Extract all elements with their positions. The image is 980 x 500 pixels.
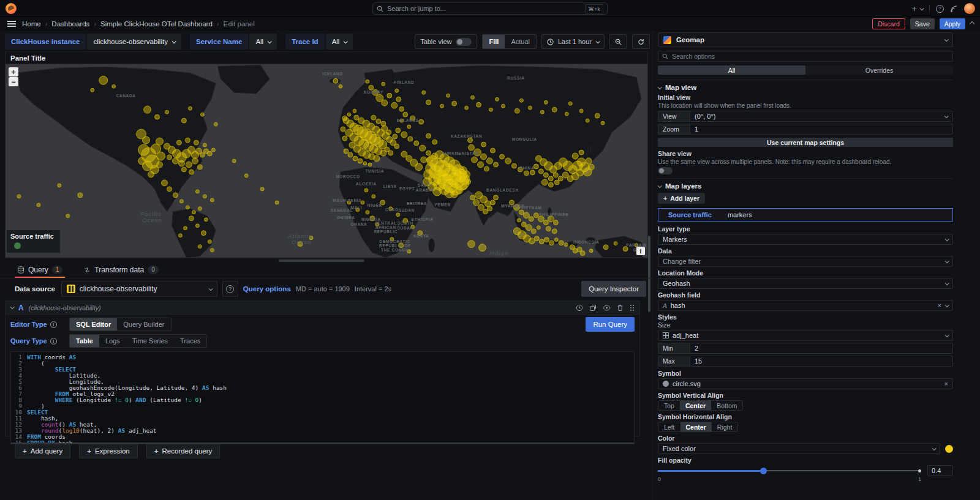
instance-var-select[interactable]: clickhouse-observability [87,34,181,50]
run-query-button[interactable]: Run Query [586,317,635,332]
map-layers-header[interactable]: Map layers [658,182,953,190]
valign-bottom[interactable]: Bottom [711,401,742,410]
slider-knob[interactable] [760,468,767,474]
save-button[interactable]: Save [910,18,935,29]
collapse-query-icon[interactable] [10,305,15,309]
layer-item-source-traffic[interactable]: Source traffic markers [658,208,953,222]
time-range-picker[interactable]: Last 1 hour [541,34,605,49]
fill-opacity-slider[interactable] [658,467,921,474]
recorded-query-button[interactable]: +Recorded query [146,444,221,458]
query-inspector-button[interactable]: Query Inspector [581,281,646,297]
traffic-marker [469,144,475,151]
symbol-select[interactable]: circle.svg× [658,378,953,389]
history-icon[interactable] [576,304,583,312]
zoom-input[interactable] [695,125,952,133]
datasource-label: Data source [15,285,55,293]
halign-center[interactable]: Center [680,422,712,431]
tab-transform-data[interactable]: Transform data 0 [81,266,160,278]
duplicate-icon[interactable] [589,304,597,312]
layer-type-select[interactable]: Markers [658,234,953,245]
location-mode-select[interactable]: Geohash [658,278,953,289]
apply-button[interactable]: Apply [940,18,965,29]
traffic-marker [369,85,374,90]
tab-all[interactable]: All [658,65,805,75]
options-search[interactable] [658,51,953,62]
min-input[interactable] [695,345,952,352]
map-attribution-button[interactable]: i [636,247,645,255]
svg-text:EGYPT: EGYPT [399,187,415,191]
tab-query[interactable]: Query 1 [15,266,65,278]
zoom-out-time-button[interactable] [609,34,627,49]
traffic-marker [559,241,564,245]
query-row-header[interactable]: A (clickhouse-observability) [6,301,639,315]
traffic-marker [395,89,399,92]
help-icon[interactable]: ? [936,5,944,13]
collapse-icon[interactable] [970,21,974,26]
options-search-input[interactable] [672,53,949,60]
sql-code[interactable]: 1WITH coords AS2 (3 SELECT4 Latitude,5 L… [10,351,635,444]
halign-left[interactable]: Left [658,422,680,431]
breadcrumb-dashboards[interactable]: Dashboards [51,20,89,28]
trace-var-select[interactable]: All [326,34,353,50]
search-input[interactable] [387,5,581,12]
geohash-field-select[interactable]: Ahash× [658,300,953,311]
color-select[interactable]: Fixed color [658,443,940,454]
actual-button[interactable]: Actual [505,35,536,48]
query-options-link[interactable]: Query options [243,285,291,293]
trash-icon[interactable] [617,304,624,312]
traffic-marker [499,154,504,159]
use-current-map-settings-button[interactable]: Use current map settings [658,138,953,147]
datasource-picker[interactable]: clickhouse-observability [61,281,217,297]
traffic-marker [386,130,391,135]
table-view-toggle[interactable]: Table view [415,34,477,49]
fill-opacity-input[interactable] [928,466,952,476]
color-swatch[interactable] [945,445,953,453]
fill-button[interactable]: Fill [483,35,505,48]
user-avatar[interactable] [964,3,975,14]
query-type-logs[interactable]: Logs [99,335,126,347]
panel-resize-handle[interactable] [279,259,364,262]
service-var-select[interactable]: All [249,34,277,50]
menu-toggle-icon[interactable] [7,21,16,27]
table-view-switch[interactable] [456,38,472,46]
drag-handle-icon[interactable] [630,304,635,312]
trace-var-label: Trace Id [285,34,324,50]
map-view-header[interactable]: Map view [658,84,953,91]
map-zoom-out-button[interactable]: − [9,77,18,86]
refresh-button[interactable] [632,34,650,49]
query-type-table[interactable]: Table [70,335,99,347]
global-search[interactable]: ⌘+k [372,2,608,15]
news-icon[interactable] [950,5,958,13]
add-menu-button[interactable]: + [912,4,923,13]
query-type-traces[interactable]: Traces [174,335,206,347]
datasource-help-button[interactable]: ? [222,281,238,297]
share-view-toggle[interactable] [658,167,673,174]
tab-overrides[interactable]: Overrides [805,65,953,75]
breadcrumb-home[interactable]: Home [22,20,41,28]
max-input[interactable] [695,357,952,365]
valign-center[interactable]: Center [680,401,711,410]
traffic-marker [157,162,163,168]
clear-icon[interactable]: × [944,380,948,387]
clear-icon[interactable]: × [938,302,941,309]
traffic-marker [603,245,608,250]
panel-title[interactable]: Panel Title [6,52,647,64]
eye-icon[interactable] [603,304,611,312]
add-query-button[interactable]: +Add query [15,444,70,458]
discard-button[interactable]: Discard [872,18,905,29]
breadcrumb-dashboard-name[interactable]: Simple ClickHouse OTel Dashboard [100,20,213,28]
world-map[interactable]: RUSSIACANADAKAZAKHSTANMONGOLIACHINAICELA… [6,64,647,258]
size-select[interactable]: adj_heat [658,330,953,341]
map-zoom-in-button[interactable]: + [9,67,18,76]
grafana-logo-icon[interactable] [6,3,17,14]
data-select[interactable]: Change filter [658,256,953,267]
query-builder-button[interactable]: Query Builder [117,318,170,330]
valign-top[interactable]: Top [658,401,680,410]
sql-editor-button[interactable]: SQL Editor [70,318,117,330]
visualization-picker[interactable]: Geomap [658,32,953,47]
expression-button[interactable]: +Expression [79,444,138,458]
view-select[interactable]: (0°, 0°) [690,111,953,122]
halign-right[interactable]: Right [712,422,738,431]
add-layer-button[interactable]: +Add layer [658,193,705,204]
query-type-timeseries[interactable]: Time Series [126,335,174,347]
